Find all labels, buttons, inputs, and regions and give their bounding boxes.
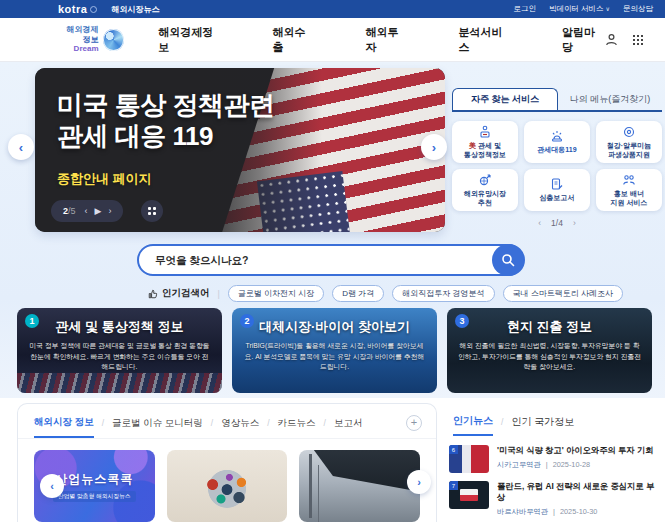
hero-next-icon[interactable]: › (108, 206, 111, 216)
hero-prev-icon[interactable]: ‹ (85, 206, 88, 216)
market-news-card: 해외시장 정보 / 글로벌 이슈 모니터링 / 영상뉴스 / 카드뉴스 / 보고… (17, 403, 437, 522)
search-button[interactable] (492, 244, 524, 276)
news-source: 시카고무역관 (497, 460, 541, 470)
news-item-thumbnail: 6 (449, 445, 489, 473)
grid-icon (148, 207, 156, 215)
nav-item-overseas-investment[interactable]: 해외투자 (366, 21, 409, 59)
logo-line1: 해외경제 (56, 25, 99, 35)
tab-card-news[interactable]: 카드뉴스 (278, 417, 316, 437)
popular-keywords-label: 인기검색어 (148, 287, 210, 300)
inquiry-link[interactable]: 문의상담 (623, 4, 653, 14)
news-next-arrow[interactable]: › (407, 470, 431, 494)
podium-speaker-icon (478, 125, 492, 139)
tab-my-menu-favorites[interactable]: 나의 메뉴(즐겨찾기) (558, 88, 662, 110)
page: kotra 해외시장뉴스 로그인 빅데이터 서비스 ∨ 문의상담 해외경제 정보… (0, 0, 665, 522)
topbar-utility-links: 로그인 빅데이터 서비스 ∨ 문의상담 (513, 4, 653, 14)
logo-line2: 정보 Dream (56, 35, 99, 54)
keyword-pill[interactable]: D램 가격 (332, 285, 384, 302)
hero-banner[interactable]: 미국 통상 정책관련관세 대응 119 종합안내 페이지 2/5 ‹ ▶ › (35, 68, 445, 232)
emergency-siren-icon (550, 129, 564, 143)
quick-services-panel: 자주 찾는 서비스 나의 메뉴(즐겨찾기) 美 관세 및통상정책정보 관세대응1… (452, 88, 662, 228)
news-prev-arrow[interactable]: ‹ (40, 474, 64, 498)
search-input[interactable] (155, 254, 523, 266)
news-list-item[interactable]: 6 '미국의 식량 창고' 아이오와주의 투자 기회 시카고무역관 | 2025… (449, 445, 662, 473)
promo-card-local-entry-info[interactable]: 3 현지 진출 정보 해외 진출에 필요한 최신법령, 시장동향, 투자유망분야… (447, 308, 652, 393)
news-source: 바르샤바무역관 (497, 507, 548, 517)
my-page-icon[interactable] (605, 33, 618, 46)
news-thumbnail-components[interactable] (167, 450, 288, 522)
chevron-down-icon: ∨ (606, 6, 610, 12)
service-tile-tariff-response-119[interactable]: 관세대응119 (524, 121, 590, 163)
tab-frequent-services[interactable]: 자주 찾는 서비스 (452, 88, 558, 110)
news-thumbnail-shipbuilding[interactable] (299, 450, 420, 522)
hero-page-total: /5 (68, 206, 76, 216)
login-link[interactable]: 로그인 (513, 4, 536, 14)
service-tile-steel-aluminum-derivatives[interactable]: 철강·알루미늄파생상품지원 (596, 121, 662, 163)
service-tile-us-tariff-policy[interactable]: 美 관세 및통상정책정보 (452, 121, 518, 163)
site-logo[interactable]: 해외경제 정보 Dream (56, 25, 124, 54)
steel-coil-icon (622, 125, 636, 139)
hero-next-arrow[interactable]: › (421, 134, 447, 160)
news-date: 2025-10-30 (560, 507, 597, 516)
global-market-icon (478, 173, 492, 187)
news-list-item[interactable]: 7 폴란드, 유럽 AI 전략의 새로운 중심지로 부상 바르샤바무역관 | 2… (449, 481, 662, 517)
banner-support-icon (622, 173, 636, 187)
tab-popular-news[interactable]: 인기뉴스 (453, 414, 493, 436)
tab-overseas-market-info[interactable]: 해외시장 정보 (34, 416, 94, 438)
tab-video-news[interactable]: 영상뉴스 (221, 417, 259, 437)
service-tile-promo-banner-support[interactable]: 홍보 배너지원 서비스 (596, 169, 662, 211)
more-tabs-button[interactable]: + (406, 415, 422, 431)
rank-badge: 7 (449, 481, 458, 490)
quick-prev-icon[interactable]: ‹ (538, 218, 541, 228)
globe-swirl-icon (103, 29, 125, 51)
quick-next-icon[interactable]: › (573, 218, 576, 228)
all-menu-icon[interactable] (632, 34, 643, 45)
search-icon (501, 253, 515, 267)
tab-popular-country-info[interactable]: 인기 국가정보 (511, 415, 574, 435)
hero-pagination: 2/5 ‹ ▶ › (51, 200, 123, 222)
promo-cards: 1 관세 및 통상정책 정보 미국 정부 정책에 따른 관세대응 및 글로벌 통… (17, 308, 652, 393)
promo-card-alternative-markets[interactable]: 2 대체시장·바이어 찾아보기 TriBIG(트라이빅)을 활용해 새로운 시장… (232, 308, 437, 393)
hero-all-banners-button[interactable] (141, 200, 163, 222)
bigdata-service-link[interactable]: 빅데이터 서비스 ∨ (549, 4, 610, 14)
service-tile-promising-markets[interactable]: 해외유망시장추천 (452, 169, 518, 211)
keyword-pill[interactable]: 해외직접투자 경영분석 (392, 285, 494, 302)
kotra-logo-mark-icon (90, 6, 97, 13)
tab-global-issue-monitoring[interactable]: 글로벌 이슈 모니터링 (112, 417, 203, 437)
kotra-logo-text: kotra (58, 3, 87, 15)
keyword-pill[interactable]: 글로벌 이차전지 시장 (228, 285, 324, 302)
topbar: kotra 해외시장뉴스 로그인 빅데이터 서비스 ∨ 문의상담 (0, 0, 665, 18)
tab-reports[interactable]: 보고서 (334, 417, 363, 437)
news-date: 2025-10-28 (553, 460, 590, 469)
quick-page-indicator: 1/4 (551, 218, 563, 228)
nav-item-notice[interactable]: 알림마당 (562, 21, 605, 59)
news-item-thumbnail: 7 (449, 481, 489, 509)
nav-item-overseas-export[interactable]: 해외수출 (273, 21, 316, 59)
popular-keywords-row: 인기검색어 | 글로벌 이차전지 시장 D램 가격 해외직접투자 경영분석 국내… (148, 285, 623, 302)
rank-badge: 6 (449, 445, 458, 454)
hero-subtitle: 종합안내 페이지 (57, 170, 152, 188)
header-icons (605, 33, 643, 46)
quick-services-pagination: ‹ 1/4 › (452, 218, 662, 228)
nav-item-analysis-service[interactable]: 분석서비스 (458, 21, 512, 59)
thumbs-up-icon (148, 289, 158, 299)
hero-play-icon[interactable]: ▶ (95, 206, 102, 216)
hero-prev-arrow[interactable]: ‹ (8, 134, 34, 160)
popular-news-card: 인기뉴스 / 인기 국가정보 6 '미국의 식량 창고' 아이오와주의 투자 기… (447, 403, 662, 522)
search-bar (137, 244, 525, 276)
keyword-pill[interactable]: 국내 스마트팩토리 사례조사 (503, 285, 623, 302)
promo-card-tariff-policy[interactable]: 1 관세 및 통상정책 정보 미국 정부 정책에 따른 관세대응 및 글로벌 통… (17, 308, 222, 393)
hero-title: 미국 통상 정책관련관세 대응 119 (57, 90, 274, 151)
main-nav: 해외경제정보 해외수출 해외투자 분석서비스 알림마당 (158, 21, 605, 59)
service-tile-indepth-report[interactable]: 심층보고서 (524, 169, 590, 211)
site-header: 해외경제 정보 Dream 해외경제정보 해외수출 해외투자 분석서비스 알림마… (0, 18, 665, 62)
nav-item-overseas-economy-info[interactable]: 해외경제정보 (158, 21, 222, 59)
kotra-logo[interactable]: kotra (58, 3, 97, 15)
report-document-icon (550, 177, 564, 191)
us-flags-image (17, 373, 222, 393)
topbar-link-overseas-market-news[interactable]: 해외시장뉴스 (111, 4, 159, 15)
